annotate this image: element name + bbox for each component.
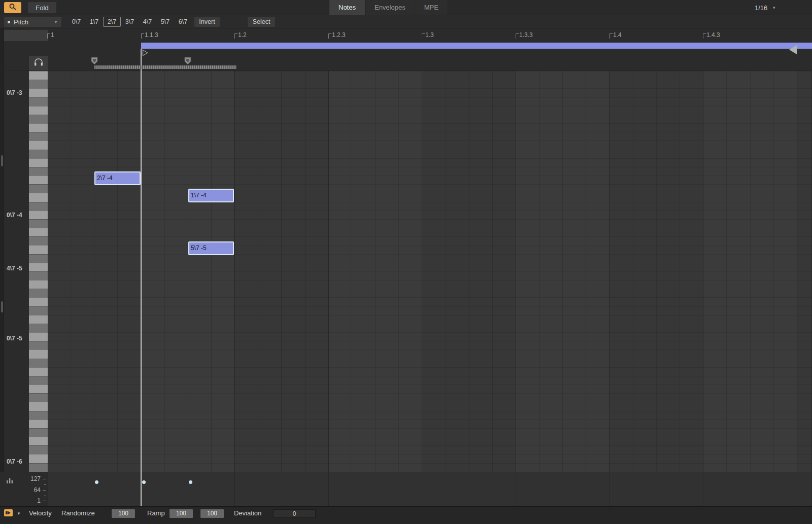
loop-span-bar[interactable] (94, 65, 236, 69)
velocity-marker[interactable] (142, 480, 146, 484)
loop-marker-pin-icon[interactable] (184, 57, 191, 65)
midi-note[interactable]: 2\7 -4 (94, 171, 141, 185)
velocity-marker[interactable] (95, 480, 98, 484)
playhead-line (141, 49, 142, 506)
velocity-marker[interactable] (189, 480, 192, 484)
scroll-left-arrow-icon[interactable] (788, 45, 798, 57)
midi-note[interactable]: 1\7 -4 (188, 189, 234, 202)
editor-overlay: 2\7 -41\7 -45\7 -5 (0, 0, 812, 524)
midi-note[interactable]: 5\7 -5 (188, 241, 234, 255)
loop-start-marker-icon[interactable] (142, 49, 148, 58)
loop-marker-pin-icon[interactable] (91, 57, 98, 65)
